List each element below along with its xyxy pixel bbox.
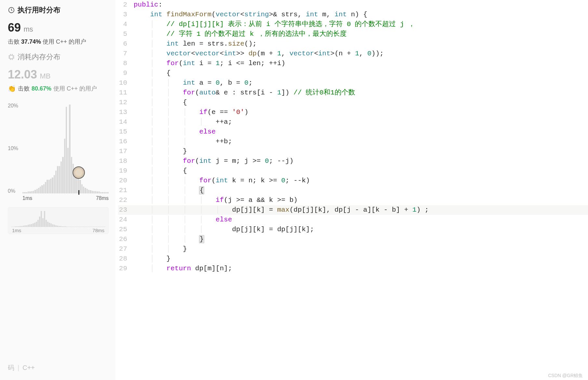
- code-line[interactable]: 10 │ │ int a = 0, b = 0;: [118, 78, 588, 88]
- chart-bar[interactable]: [54, 175, 55, 193]
- code-line[interactable]: 11 │ │ for(auto& e : strs[i - 1]) // 统计0…: [118, 88, 588, 98]
- mini-chart[interactable]: 1ms 78ms: [8, 207, 109, 234]
- chart-bar[interactable]: [38, 188, 39, 193]
- chart-bar[interactable]: [88, 190, 89, 193]
- chart-bars[interactable]: [22, 103, 109, 194]
- chart-bar[interactable]: [60, 162, 62, 193]
- code-content[interactable]: │ │ for(int j = m; j >= 0; --j): [134, 156, 588, 166]
- code-line[interactable]: 29 │ return dp[m][n];: [118, 264, 588, 274]
- chart-bar[interactable]: [100, 192, 101, 193]
- code-content[interactable]: │ │ │ │ dp[j][k] = dp[j][k];: [134, 225, 588, 234]
- chart-bar[interactable]: [102, 192, 103, 193]
- code-line[interactable]: 28 │ }: [118, 254, 588, 264]
- chart-bar[interactable]: [93, 191, 95, 193]
- code-line[interactable]: 22 │ │ │ │ if(j >= a && k >= b): [118, 195, 588, 205]
- code-editor[interactable]: 2public:3 int findMaxForm(vector<string>…: [115, 0, 588, 380]
- chart-bar[interactable]: [64, 139, 65, 193]
- code-content[interactable]: │ │ │ ++b;: [134, 137, 588, 147]
- chart-bar[interactable]: [59, 166, 60, 193]
- code-content[interactable]: │ for(int i = 1; i <= len; ++i): [134, 59, 588, 68]
- code-content[interactable]: │ │ }: [134, 244, 588, 254]
- chart-bar[interactable]: [97, 191, 98, 193]
- code-line[interactable]: 20 │ │ │ for(int k = n; k >= 0; --k): [118, 176, 588, 186]
- chart-bar[interactable]: [66, 107, 67, 193]
- chart-bar[interactable]: [90, 190, 91, 193]
- chart-bar[interactable]: [52, 177, 53, 193]
- code-line[interactable]: 18 │ │ for(int j = m; j >= 0; --j): [118, 156, 588, 166]
- chart-bar[interactable]: [81, 184, 83, 193]
- chart-bar[interactable]: [36, 189, 38, 193]
- chart-bar[interactable]: [26, 192, 27, 193]
- code-line[interactable]: 15 │ │ │ else: [118, 127, 588, 137]
- code-content[interactable]: │ // dp[i][j][k] 表示：从前 i 个字符串中挑选，字符 0 的个…: [134, 20, 588, 29]
- code-line[interactable]: 16 │ │ │ ++b;: [118, 137, 588, 147]
- chart-bar[interactable]: [47, 180, 48, 193]
- code-line[interactable]: 6 │ int len = strs.size();: [118, 39, 588, 49]
- chart-bar[interactable]: [99, 191, 100, 193]
- code-content[interactable]: │ │ │ }: [134, 234, 588, 244]
- code-content[interactable]: │ }: [134, 254, 588, 264]
- code-content[interactable]: │ │ }: [134, 147, 588, 156]
- code-line[interactable]: 27 │ │ }: [118, 244, 588, 254]
- chart-bar[interactable]: [48, 180, 50, 193]
- code-content[interactable]: │ vector<vector<int>> dp(m + 1, vector<i…: [134, 49, 588, 59]
- code-line[interactable]: 17 │ │ }: [118, 147, 588, 156]
- chart-bar[interactable]: [28, 191, 29, 193]
- code-content[interactable]: │ │ │ │ │ dp[j][k] = max(dp[j][k], dp[j …: [134, 205, 588, 215]
- chart-bar[interactable]: [22, 192, 24, 193]
- chart-bar[interactable]: [85, 188, 86, 193]
- code-content[interactable]: │ │ │ │ else: [134, 215, 588, 225]
- code-content[interactable]: │ │ {: [134, 166, 588, 176]
- code-content[interactable]: │ │ for(auto& e : strs[i - 1]) // 统计0和1的…: [134, 88, 588, 98]
- user-avatar-marker[interactable]: [73, 166, 85, 179]
- code-line[interactable]: 2public:: [118, 0, 588, 10]
- chart-bar[interactable]: [50, 179, 51, 193]
- chart-bar[interactable]: [29, 191, 31, 193]
- code-line[interactable]: 26 │ │ │ }: [118, 234, 588, 244]
- chart-bar[interactable]: [107, 192, 108, 193]
- code-line[interactable]: 7 │ vector<vector<int>> dp(m + 1, vector…: [118, 49, 588, 59]
- code-line[interactable]: 8 │ for(int i = 1; i <= len; ++i): [118, 59, 588, 68]
- code-line[interactable]: 24 │ │ │ │ else: [118, 215, 588, 225]
- chart-bar[interactable]: [24, 192, 25, 193]
- code-line[interactable]: 4 │ // dp[i][j][k] 表示：从前 i 个字符串中挑选，字符 0 …: [118, 20, 588, 29]
- code-content[interactable]: │ │ {: [134, 98, 588, 107]
- chart-bar[interactable]: [95, 191, 96, 193]
- code-line[interactable]: 5 │ // 字符 1 的个数不超过 k ，所有的选法中，最大的长度: [118, 29, 588, 39]
- chart-bar[interactable]: [69, 105, 70, 193]
- chart-bar[interactable]: [40, 187, 41, 193]
- chart-bar[interactable]: [31, 191, 33, 193]
- chart-bar[interactable]: [41, 185, 43, 193]
- code-line[interactable]: 25 │ │ │ │ dp[j][k] = dp[j][k];: [118, 225, 588, 234]
- code-content[interactable]: │ │ │ for(int k = n; k >= 0; --k): [134, 176, 588, 186]
- code-content[interactable]: │ int len = strs.size();: [134, 39, 588, 49]
- code-line[interactable]: 9 │ {: [118, 68, 588, 78]
- chart-bar[interactable]: [67, 148, 69, 193]
- chart-bar[interactable]: [79, 180, 81, 193]
- runtime-distribution-chart[interactable]: 20% 10% 0% 1ms 78ms 1ms 78ms: [8, 103, 109, 234]
- chart-bar[interactable]: [71, 157, 72, 193]
- code-content[interactable]: │ │ int a = 0, b = 0;: [134, 78, 588, 88]
- code-content[interactable]: │ │ │ if(e == '0'): [134, 107, 588, 117]
- code-content[interactable]: │ │ │ │ if(j >= a && k >= b): [134, 195, 588, 205]
- tab-code[interactable]: 码: [8, 363, 14, 372]
- chart-bar[interactable]: [43, 184, 45, 193]
- code-content[interactable]: │ return dp[m][n];: [134, 264, 588, 274]
- chart-bar[interactable]: [55, 171, 57, 193]
- code-content[interactable]: │ // 字符 1 的个数不超过 k ，所有的选法中，最大的长度: [134, 29, 588, 39]
- chart-bar[interactable]: [83, 187, 84, 193]
- code-line[interactable]: 23 │ │ │ │ │ dp[j][k] = max(dp[j][k], dp…: [118, 205, 588, 215]
- code-line[interactable]: 12 │ │ {: [118, 98, 588, 107]
- code-line[interactable]: 21 │ │ │ {: [118, 186, 588, 195]
- code-content[interactable]: int findMaxForm(vector<string>& strs, in…: [134, 10, 588, 20]
- chart-bar[interactable]: [33, 191, 34, 193]
- chart-bar[interactable]: [57, 166, 58, 193]
- chart-bar[interactable]: [92, 191, 93, 193]
- code-line[interactable]: 19 │ │ {: [118, 166, 588, 176]
- chart-bar[interactable]: [87, 189, 88, 193]
- code-line[interactable]: 13 │ │ │ if(e == '0'): [118, 107, 588, 117]
- code-content[interactable]: │ {: [134, 68, 588, 78]
- chart-bar[interactable]: [104, 192, 105, 193]
- chart-bar[interactable]: [34, 190, 36, 193]
- code-content[interactable]: │ │ │ else: [134, 127, 588, 137]
